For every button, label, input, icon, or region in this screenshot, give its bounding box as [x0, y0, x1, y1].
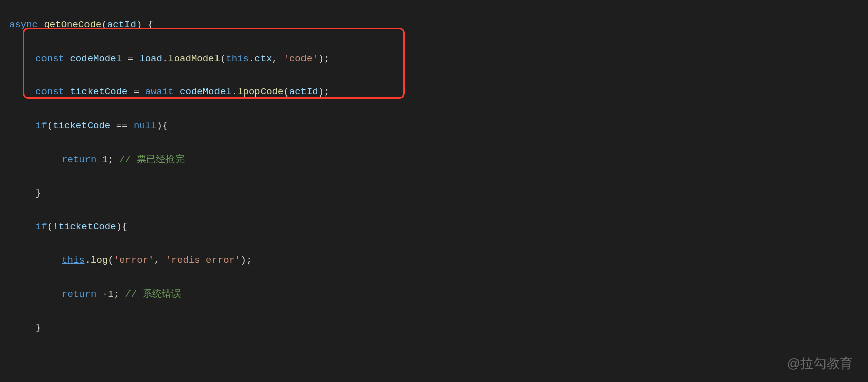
number: 1 — [102, 154, 108, 165]
keyword: const — [35, 86, 64, 98]
code-line: async getOneCode(actId) { — [0, 17, 868, 33]
this: this — [62, 255, 85, 266]
code-line: if(!ticketCode){ — [0, 219, 868, 235]
param: actId — [107, 19, 136, 30]
code-line: return --11; // 系统错误 — [0, 286, 868, 303]
keyword: await — [145, 86, 174, 98]
code-line: const codeModel = load.loadModel(this.ct… — [0, 51, 868, 67]
keyword-async: async — [9, 19, 38, 30]
method: lpopCode — [237, 86, 283, 98]
obj: codeModel — [180, 86, 232, 98]
blank-line — [0, 353, 868, 370]
code-line: const ticketCode = await codeModel.lpopC… — [0, 84, 868, 101]
var: ticketCode — [70, 86, 127, 98]
comment: // 系统错误 — [125, 289, 181, 300]
prop: ctx — [254, 53, 272, 64]
operator: == — [116, 120, 128, 131]
code-line: return 1; // 票已经抢完 — [0, 152, 868, 168]
fn-name: getOneCode — [44, 19, 101, 30]
code-line: if(ticketCode == null){ — [0, 118, 868, 134]
string: 'code' — [283, 53, 318, 64]
keyword: if — [35, 221, 47, 232]
method: loadModel — [168, 53, 220, 64]
arg: actId — [289, 86, 318, 98]
null: null — [134, 120, 157, 131]
var: ticketCode — [53, 120, 110, 131]
string: 'redis error' — [165, 255, 240, 266]
operator: ! — [53, 221, 58, 232]
method: log — [91, 255, 108, 266]
code-line: this.log('error', 'redis error'); — [0, 252, 868, 269]
var: ticketCode — [59, 221, 116, 232]
obj: load — [139, 53, 162, 64]
keyword: const — [35, 53, 64, 64]
brace: } — [35, 322, 41, 333]
code-line: } — [0, 320, 868, 337]
string: 'error' — [114, 255, 154, 266]
keyword: return — [62, 289, 96, 300]
keyword: return — [62, 154, 96, 165]
code-editor[interactable]: async getOneCode(actId) { const codeMode… — [0, 0, 868, 382]
brace: } — [35, 187, 41, 199]
this: this — [226, 53, 249, 64]
code-line: } — [0, 185, 868, 202]
var: codeModel — [70, 53, 122, 64]
comment: // 票已经抢完 — [119, 154, 185, 165]
keyword: if — [35, 120, 47, 131]
